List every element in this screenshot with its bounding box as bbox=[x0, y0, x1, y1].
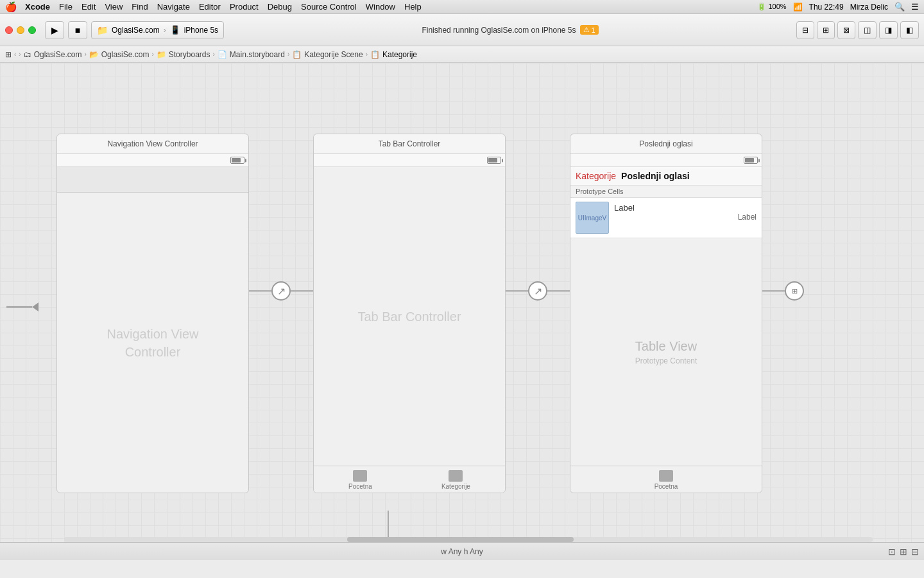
nav-controller-title: Navigation View Controller bbox=[57, 134, 248, 154]
apple-menu[interactable]: 🍎 bbox=[5, 1, 17, 13]
breadcrumb-main-storyboard[interactable]: 📄 Main.storyboard bbox=[218, 50, 285, 59]
tab-kategorije-icon bbox=[449, 470, 463, 482]
breadcrumb-grid[interactable]: ⊞ bbox=[5, 50, 12, 59]
storyboard-file-icon: 📄 bbox=[218, 50, 227, 59]
breadcrumb-project-label: OglasiSe.com bbox=[34, 50, 82, 59]
table-tab-pocetna-icon bbox=[659, 470, 673, 482]
menu-icon[interactable]: ☰ bbox=[911, 2, 919, 12]
seg-tab-kategorije[interactable]: Kategorije bbox=[576, 171, 616, 181]
wifi-icon: 📶 bbox=[793, 3, 803, 12]
menubar-right: 🔋 100% 📶 Thu 22:49 Mirza Delic 🔍 ☰ bbox=[757, 2, 919, 12]
table-tab-bar: Pocetna bbox=[570, 466, 762, 493]
seg-tab-poslednji[interactable]: Poslednji oglasi bbox=[621, 171, 690, 181]
menu-source-control[interactable]: Source Control bbox=[301, 2, 357, 12]
breadcrumb-group-label: OglasiSe.com bbox=[101, 50, 150, 59]
proto-image: UIImageV bbox=[576, 202, 609, 234]
menu-xcode[interactable]: Xcode bbox=[25, 2, 50, 12]
scheme-selector[interactable]: 📁 OglasiSe.com › 📱 iPhone 5s bbox=[91, 21, 224, 39]
nav-battery bbox=[230, 157, 244, 164]
zoom-out-button[interactable]: ⊟ bbox=[911, 547, 919, 557]
proto-labels: Label Label bbox=[614, 202, 757, 222]
breadcrumb-scene[interactable]: 📋 Kategorije Scene bbox=[292, 50, 363, 59]
run-button[interactable]: ▶ bbox=[45, 21, 64, 39]
menu-help[interactable]: Help bbox=[404, 2, 422, 12]
toolbar-right-buttons: ⊟ ⊞ ⊠ ◫ ◨ ◧ bbox=[796, 21, 919, 39]
proto-cells-header: Prototype Cells bbox=[570, 186, 762, 198]
tab-pocetna-label: Pocetna bbox=[348, 483, 372, 490]
breadcrumb-project[interactable]: 🗂 OglasiSe.com bbox=[24, 50, 82, 59]
tab-bar: Pocetna Kategorije bbox=[314, 466, 505, 493]
breadcrumb-kategorije[interactable]: 📋 Kategorije bbox=[370, 50, 417, 59]
navigator-toggle[interactable]: ◫ bbox=[858, 21, 877, 39]
seg-tabs: Kategorije Poslednji oglasi bbox=[570, 167, 762, 186]
tab-bar-controller[interactable]: Tab Bar Controller Tab Bar Controller Po… bbox=[313, 134, 506, 493]
inspector-toggle[interactable]: ◧ bbox=[900, 21, 919, 39]
menu-navigate[interactable]: Navigate bbox=[157, 2, 190, 12]
breadcrumb-group[interactable]: 📂 OglasiSe.com bbox=[89, 50, 150, 59]
tab-controller-title: Tab Bar Controller bbox=[314, 134, 505, 154]
breadcrumb-main-storyboard-label: Main.storyboard bbox=[230, 50, 285, 59]
folder-icon: 📁 bbox=[97, 25, 108, 35]
scene-icon: 📋 bbox=[292, 50, 302, 59]
chevron-right-icon: › bbox=[164, 26, 166, 35]
table-view-subtitle: Prototype Content bbox=[635, 356, 697, 365]
tab-pocetna[interactable]: Pocetna bbox=[348, 470, 372, 490]
tab-kategorije[interactable]: Kategorije bbox=[441, 470, 470, 490]
nav-statusbar bbox=[57, 154, 248, 167]
table-controller-title: Poslednji oglasi bbox=[570, 134, 762, 154]
zoom-in-button[interactable]: ⊞ bbox=[900, 547, 907, 557]
menu-edit[interactable]: Edit bbox=[81, 2, 96, 12]
group-icon: 📂 bbox=[89, 50, 99, 59]
close-button[interactable] bbox=[5, 26, 13, 34]
h-scrollbar-thumb[interactable] bbox=[347, 537, 574, 542]
nav-controller-content: Navigation ViewController bbox=[57, 193, 248, 493]
table-statusbar bbox=[570, 154, 762, 167]
menu-window[interactable]: Window bbox=[366, 2, 395, 12]
status-text: Finished running OglasiSe.com on iPhone … bbox=[422, 26, 576, 35]
warning-icon: ⚠ bbox=[583, 26, 590, 34]
scheme-name: OglasiSe.com bbox=[112, 26, 160, 35]
device-name: iPhone 5s bbox=[184, 26, 218, 35]
user-name: Mirza Delic bbox=[850, 3, 888, 12]
tab-kategorije-label: Kategorije bbox=[441, 483, 470, 490]
menu-debug[interactable]: Debug bbox=[268, 2, 292, 12]
fullscreen-button[interactable] bbox=[28, 26, 36, 34]
menu-view[interactable]: View bbox=[105, 2, 123, 12]
debug-toggle[interactable]: ◨ bbox=[879, 21, 898, 39]
editor-assistant-button[interactable]: ⊞ bbox=[817, 21, 835, 39]
menu-find[interactable]: Find bbox=[132, 2, 148, 12]
exit-segue: ⊞ bbox=[785, 281, 804, 301]
tab-battery bbox=[487, 157, 501, 164]
table-tab-pocetna[interactable]: Pocetna bbox=[654, 470, 678, 490]
proto-cell[interactable]: UIImageV Label Label bbox=[570, 198, 762, 238]
table-view-controller[interactable]: Poslednji oglasi Kategorije Poslednji og… bbox=[570, 134, 762, 493]
bottom-bar: w Any h Any ⊡ ⊞ ⊟ bbox=[0, 542, 924, 560]
tab-controller-content: Tab Bar Controller bbox=[314, 167, 505, 466]
nav-view-controller[interactable]: Navigation View Controller Navigation Vi… bbox=[56, 134, 249, 493]
menubar: 🍎 Xcode File Edit View Find Navigate Edi… bbox=[0, 0, 924, 14]
stop-button[interactable]: ■ bbox=[68, 21, 87, 39]
warning-badge[interactable]: ⚠ 1 bbox=[580, 25, 599, 35]
kategorije-icon: 📋 bbox=[370, 50, 380, 59]
editor-version-button[interactable]: ⊠ bbox=[837, 21, 855, 39]
entry-arrow bbox=[6, 302, 38, 311]
zoom-fit-button[interactable]: ⊡ bbox=[888, 547, 896, 557]
segue-nav-tab: ↗ bbox=[271, 281, 291, 301]
search-icon[interactable]: 🔍 bbox=[894, 2, 905, 12]
breadcrumb-storyboards-label: Storyboards bbox=[169, 50, 210, 59]
tab-statusbar bbox=[314, 154, 505, 167]
breadcrumb-storyboards[interactable]: 📁 Storyboards bbox=[157, 50, 210, 59]
menu-file[interactable]: File bbox=[59, 2, 73, 12]
canvas-area[interactable]: Navigation View Controller Navigation Vi… bbox=[0, 63, 924, 560]
editor-standard-button[interactable]: ⊟ bbox=[796, 21, 814, 39]
proto-label-top: Label bbox=[614, 203, 757, 213]
breadcrumb: ⊞ ‹ › 🗂 OglasiSe.com › 📂 OglasiSe.com › … bbox=[0, 46, 924, 63]
menu-editor[interactable]: Editor bbox=[199, 2, 221, 12]
minimize-button[interactable] bbox=[17, 26, 24, 34]
toolbar: ▶ ■ 📁 OglasiSe.com › 📱 iPhone 5s Finishe… bbox=[0, 14, 924, 46]
proto-label-bottom: Label bbox=[614, 213, 757, 222]
h-scrollbar[interactable] bbox=[64, 537, 873, 542]
segue-tab-table: ↗ bbox=[528, 281, 547, 301]
menu-product[interactable]: Product bbox=[230, 2, 259, 12]
device-icon: 📱 bbox=[170, 25, 180, 35]
